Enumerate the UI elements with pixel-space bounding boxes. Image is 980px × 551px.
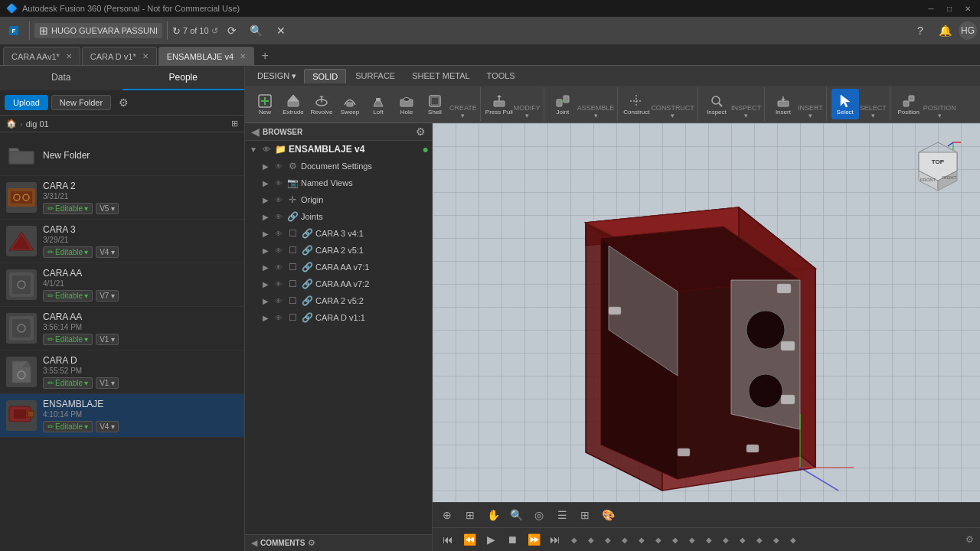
assemble-dropdown-icon[interactable]: ▾ — [594, 112, 598, 119]
tree-vis-icon[interactable]: 👁 — [273, 245, 284, 256]
dropdown-icon[interactable]: ▾ — [84, 204, 88, 213]
tree-vis-icon[interactable]: 👁 — [273, 295, 284, 306]
anim-settings-icon[interactable]: ⚙ — [965, 534, 974, 545]
new-folder-button[interactable]: New Folder — [51, 95, 111, 110]
insert-button[interactable]: Insert — [769, 89, 797, 119]
shell-button[interactable]: Shell — [421, 89, 449, 119]
tree-root[interactable]: ▼ 👁 📁 ENSAMBLAJE v4 ● — [245, 141, 432, 158]
inspect-button[interactable]: Inspect — [703, 89, 730, 119]
joint-origin-button[interactable]: ⊞ — [460, 505, 480, 525]
position-button[interactable]: Position — [895, 89, 923, 119]
version-tag[interactable]: V1 ▾ — [96, 377, 119, 389]
browser-settings-icon[interactable]: ⚙ — [416, 126, 426, 138]
minimize-button[interactable]: ─ — [925, 2, 937, 15]
revolve-button[interactable]: Revolve — [308, 89, 335, 119]
tree-vis-icon[interactable]: 👁 — [273, 194, 284, 205]
breadcrumb-home[interactable]: 🏠 — [6, 119, 17, 129]
doc-tab-0-close[interactable]: ✕ — [66, 52, 72, 60]
dropdown-icon[interactable]: ▾ — [84, 248, 88, 256]
tree-expand-icon[interactable]: ▶ — [260, 228, 271, 239]
tab-solid[interactable]: SOLID — [304, 69, 346, 83]
list-item[interactable]: CARA 2 3/31/21 ✏ Editable ▾ V5 ▾ — [0, 176, 244, 220]
list-item[interactable]: CARA AA 3:56:14 PM ✏ Editable ▾ V1 ▾ — [0, 307, 244, 350]
anim-first-button[interactable]: ⏮ — [439, 530, 457, 549]
refresh-button[interactable]: ⟳ — [221, 20, 243, 41]
insert-dropdown-icon[interactable]: ▾ — [808, 112, 812, 119]
sweep-button[interactable]: Sweep — [336, 89, 364, 119]
search-button[interactable]: 🔍 — [246, 20, 267, 41]
tree-item[interactable]: ▶ 👁 ✛ Origin — [245, 191, 432, 208]
position-dropdown-icon[interactable]: ▾ — [938, 112, 942, 119]
close-search-button[interactable]: ✕ — [270, 20, 292, 41]
tree-item[interactable]: ▶ 👁 ☐ 🔗 CARA 3 v4:1 — [245, 225, 432, 242]
tree-expand-icon[interactable]: ▶ — [260, 312, 271, 323]
doc-tab-2[interactable]: ENSAMBLAJE v4 ✕ — [158, 47, 254, 65]
fit-button[interactable]: ◎ — [529, 505, 549, 525]
anim-prev-button[interactable]: ⏪ — [460, 530, 479, 549]
tree-expand-icon[interactable]: ▶ — [260, 262, 271, 272]
tab-data[interactable]: Data — [0, 66, 122, 90]
version-tag[interactable]: V4 ▾ — [96, 246, 119, 258]
keyframe-10[interactable]: ◆ — [719, 533, 733, 546]
tab-sheet-metal[interactable]: SHEET METAL — [404, 69, 477, 83]
tree-vis-icon[interactable]: 👁 — [273, 211, 284, 222]
doc-tab-0[interactable]: CARA AAv1* ✕ — [3, 47, 80, 65]
keyframe-7[interactable]: ◆ — [668, 533, 682, 546]
loft-button[interactable]: Loft — [364, 89, 392, 119]
tree-item[interactable]: ▶ 👁 ☐ 🔗 CARA D v1:1 — [245, 309, 432, 326]
tab-people[interactable]: People — [122, 66, 245, 90]
keyframe-6[interactable]: ◆ — [652, 533, 665, 546]
tree-item[interactable]: ▶ 👁 ☐ 🔗 CARA AA v7:1 — [245, 259, 432, 276]
keyframe-3[interactable]: ◆ — [601, 533, 615, 546]
list-item[interactable]: CARA D 3:55:52 PM ✏ Editable ▾ V1 ▾ — [0, 350, 244, 394]
dropdown-icon[interactable]: ▾ — [84, 422, 88, 431]
construct-button[interactable]: Construct — [622, 89, 650, 119]
tree-expand-icon[interactable]: ▶ — [260, 211, 271, 222]
tree-vis-icon[interactable]: 👁 — [273, 178, 284, 188]
new-tab-button[interactable]: + — [256, 47, 274, 65]
keyframe-8[interactable]: ◆ — [685, 533, 699, 546]
press-pull-button[interactable]: Press Pull — [485, 89, 513, 119]
tree-expand-icon[interactable]: ▶ — [260, 178, 271, 188]
new-component-button[interactable]: New — [251, 89, 279, 119]
hole-button[interactable]: Hole — [393, 89, 420, 119]
dropdown-icon[interactable]: ▾ — [84, 379, 88, 387]
design-dropdown[interactable]: DESIGN ▾ — [251, 70, 302, 83]
tree-item[interactable]: ▶ 👁 🔗 Joints — [245, 208, 432, 225]
comments-settings-icon[interactable]: ⚙ — [308, 538, 315, 548]
keyframe-9[interactable]: ◆ — [702, 533, 716, 546]
notification-bell[interactable]: 🔔 — [934, 20, 956, 41]
anim-last-button[interactable]: ⏭ — [546, 530, 564, 549]
tree-item[interactable]: ▶ 👁 ☐ 🔗 CARA AA v7:2 — [245, 276, 432, 292]
tab-tools[interactable]: TOOLS — [479, 69, 523, 83]
inspect-dropdown-icon[interactable]: ▾ — [744, 112, 748, 119]
keyframe-14[interactable]: ◆ — [786, 533, 800, 546]
construct-dropdown-icon[interactable]: ▾ — [671, 112, 675, 119]
tree-expand-icon[interactable]: ▶ — [260, 194, 271, 205]
version-tag[interactable]: V5 ▾ — [96, 203, 119, 214]
tree-item[interactable]: ▶ 👁 ☐ 🔗 CARA 2 v5:2 — [245, 292, 432, 309]
dropdown-icon[interactable]: ▾ — [84, 292, 88, 300]
pan-button[interactable]: ✋ — [483, 505, 503, 525]
keyframe-1[interactable]: ◆ — [567, 533, 581, 546]
dropdown-icon[interactable]: ▾ — [84, 335, 88, 344]
keyframe-4[interactable]: ◆ — [618, 533, 632, 546]
list-item[interactable]: CARA 3 3/29/21 ✏ Editable ▾ V4 ▾ — [0, 220, 244, 263]
help-icon[interactable]: HG — [959, 21, 977, 40]
tree-vis-icon[interactable]: 👁 — [261, 144, 272, 155]
display-button[interactable]: ☰ — [552, 505, 572, 525]
keyframe-13[interactable]: ◆ — [769, 533, 783, 546]
keyframe-11[interactable]: ◆ — [736, 533, 750, 546]
list-item[interactable]: New Folder — [0, 135, 244, 176]
doc-tab-1[interactable]: CARA D v1* ✕ — [82, 47, 157, 65]
tree-expand-icon[interactable]: ▶ — [260, 161, 271, 171]
zoom-button[interactable]: 🔍 — [506, 505, 526, 525]
navigation-cube[interactable]: TOP FRONT RIGHT — [911, 139, 965, 192]
tab-surface[interactable]: SURFACE — [348, 69, 403, 83]
tree-expand-icon[interactable]: ▶ — [260, 295, 271, 306]
grid-button[interactable]: ⊞ — [575, 505, 595, 525]
version-tag[interactable]: V7 ▾ — [96, 290, 119, 302]
keyframe-5[interactable]: ◆ — [635, 533, 648, 546]
list-item[interactable]: ENSAMBLAJE 4:10:14 PM ✏ Editable ▾ V4 ▾ — [0, 394, 244, 438]
keyframe-2[interactable]: ◆ — [584, 533, 598, 546]
